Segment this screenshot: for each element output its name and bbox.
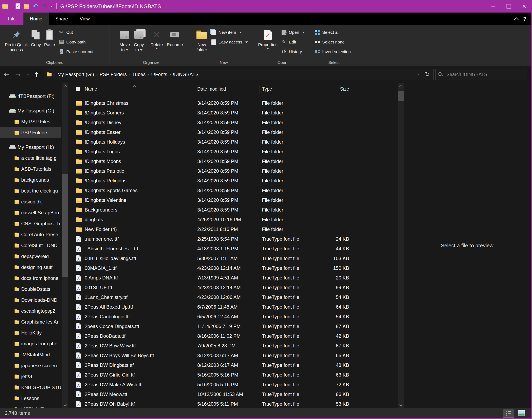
- file-row[interactable]: 2Peas Cardiologie.ttf 6/5/2006 12:44 AM …: [70, 312, 398, 322]
- tab-view[interactable]: View: [75, 13, 95, 25]
- sidebar-item[interactable]: My Passport (H:): [0, 142, 61, 153]
- easy-access-button[interactable]: Easy access: [209, 37, 250, 47]
- up-button[interactable]: ↑: [32, 66, 41, 83]
- breadcrumb-segment[interactable]: !DINGBATS ›: [171, 72, 202, 77]
- file-row[interactable]: !Dingbats Valentine 3/14/2020 8:59 PM Fi…: [70, 195, 398, 205]
- sidebar-scrollbar-thumb[interactable]: [62, 174, 68, 277]
- breadcrumb-segment[interactable]: Tubes ›: [130, 72, 149, 77]
- file-row[interactable]: 2Peas DW Meow.ttf 10/12/2006 11:53 AM Tr…: [70, 390, 398, 399]
- sidebar-item[interactable]: japanese screen: [0, 360, 61, 371]
- refresh-icon[interactable]: ↻: [425, 72, 430, 77]
- scroll-down-icon[interactable]: [398, 402, 404, 408]
- file-row[interactable]: 00Blu_sHolidayDings.ttf 5/30/2007 1:11 A…: [70, 254, 398, 263]
- file-row[interactable]: 1Lanz_Chemistry.ttf 4/23/2008 12:06 AM T…: [70, 292, 398, 302]
- paste-button[interactable]: Paste: [42, 27, 57, 48]
- sidebar-item[interactable]: Graphisme les Ar: [0, 316, 61, 327]
- search-box[interactable]: [435, 69, 527, 80]
- breadcrumb-label[interactable]: My Passport (G:): [55, 72, 96, 77]
- sidebar-item[interactable]: jeff&I: [0, 371, 61, 382]
- breadcrumb-label[interactable]: !DINGBATS: [171, 72, 201, 77]
- copy-to-button[interactable]: Copy to: [132, 27, 146, 52]
- undo-icon[interactable]: ↶: [33, 3, 38, 9]
- sidebar-item[interactable]: escapingtopsp2: [0, 306, 61, 316]
- file-row[interactable]: !Dingbats Religious 3/14/2020 8:59 PM Fi…: [70, 176, 398, 186]
- new-folder-quick-icon[interactable]: [24, 4, 29, 9]
- sidebar-item[interactable]: META-INF: [0, 404, 61, 408]
- sidebar-item[interactable]: My Passport (G:): [0, 105, 61, 116]
- file-row[interactable]: _Absinth_Flourishes_I.ttf 4/18/2008 1:15…: [70, 244, 398, 254]
- sidebar-item[interactable]: docs from iphone: [0, 273, 61, 284]
- column-header-name[interactable]: Name: [85, 86, 195, 92]
- close-button[interactable]: ✕: [517, 0, 532, 13]
- file-row[interactable]: 2Peas DW Boys Will Be Boys.ttf 8/12/2003…: [70, 351, 398, 360]
- column-divider[interactable]: [315, 85, 315, 94]
- file-row[interactable]: 2Peas All Boxed Up.ttf 6/7/2006 11:48 AM…: [70, 302, 398, 312]
- history-button[interactable]: ↺ History: [279, 47, 307, 57]
- file-list-scrollbar[interactable]: [398, 83, 404, 408]
- file-row[interactable]: 2peas Cocoa Dingbats.ttf 11/14/2006 7:19…: [70, 322, 398, 331]
- sidebar-item[interactable]: CorelStuff - DND: [0, 240, 61, 251]
- properties-button[interactable]: Properties: [256, 27, 279, 50]
- invert-selection-button[interactable]: Invert selection: [313, 47, 353, 57]
- back-button[interactable]: ←: [2, 66, 11, 83]
- sidebar-item[interactable]: images from pho: [0, 338, 61, 349]
- sidebar-item[interactable]: PSP Folders: [0, 127, 61, 138]
- file-row[interactable]: 2Peas DW Dingbats.ttf 8/12/2003 6:17 AM …: [70, 360, 398, 370]
- sidebar-item[interactable]: backgrounds: [0, 174, 61, 185]
- file-row[interactable]: New Folder (4) 2/22/2011 8:16 PM File fo…: [70, 224, 398, 234]
- file-row[interactable]: 0 Amps DNA.ttf 7/13/1999 4:51 AM TrueTyp…: [70, 273, 398, 283]
- file-row[interactable]: !Dingbats Moons 3/14/2020 8:59 PM File f…: [70, 157, 398, 166]
- file-row[interactable]: 2Peas DooDads.ttf 8/16/2006 11:02 PM Tru…: [70, 331, 398, 341]
- maximize-button[interactable]: [501, 0, 517, 13]
- sidebar-item[interactable]: Downloads-DND: [0, 295, 61, 306]
- forward-button[interactable]: →: [13, 66, 23, 83]
- file-row[interactable]: 2Peas DW Bow Wow.ttf 7/9/2005 8:28 PM Tr…: [70, 341, 398, 351]
- breadcrumb-label[interactable]: PSP Folders: [98, 72, 129, 77]
- sidebar-item[interactable]: CNS_Graphics_Tu: [0, 218, 61, 229]
- file-row[interactable]: !Dingbats Christmas 3/14/2020 8:59 PM Fi…: [70, 98, 398, 108]
- column-header-date-modified[interactable]: Date modified: [195, 86, 262, 92]
- sidebar-item[interactable]: a cute little tag g: [0, 153, 61, 164]
- redo-icon[interactable]: ↷: [42, 3, 47, 9]
- delete-button[interactable]: ✕ Delete: [149, 27, 165, 50]
- copy-path-button[interactable]: Copy path: [57, 37, 95, 47]
- sidebar-item[interactable]: KNB GROUP STU: [0, 382, 61, 393]
- file-row[interactable]: !Dingbats Patriotic 3/14/2020 8:59 PM Fi…: [70, 166, 398, 176]
- column-header-type[interactable]: Type: [262, 86, 315, 92]
- sidebar-item[interactable]: Corel Auto-Prese: [0, 229, 61, 240]
- file-row[interactable]: !Dingbats Logos 3/14/2020 8:59 PM File f…: [70, 147, 398, 157]
- address-bar[interactable]: My Passport (G:) › PSP Folders › Tubes ›: [44, 69, 433, 80]
- file-row[interactable]: !Dingbats Disney 3/14/2020 8:59 PM File …: [70, 118, 398, 127]
- sidebar-item[interactable]: IMStatofMind: [0, 349, 61, 360]
- file-row[interactable]: !Dingbats Corners 3/14/2020 8:59 PM File…: [70, 108, 398, 118]
- select-all-button[interactable]: Select all: [313, 27, 353, 37]
- column-header-size[interactable]: Size: [315, 86, 349, 92]
- details-view-button[interactable]: [503, 409, 514, 418]
- sidebar-item[interactable]: cassell-ScrapBoo: [0, 207, 61, 218]
- paste-shortcut-button[interactable]: Paste shortcut: [57, 47, 95, 57]
- sidebar-scrollbar[interactable]: [62, 83, 68, 408]
- scroll-down-icon[interactable]: [62, 402, 68, 408]
- file-row[interactable]: !Dingbats Easter 3/14/2020 8:59 PM File …: [70, 127, 398, 137]
- select-none-button[interactable]: Select none: [313, 37, 353, 47]
- sidebar-item[interactable]: HelloKitty: [0, 327, 61, 338]
- file-row[interactable]: !Dingbats Sports Games 3/14/2020 8:59 PM…: [70, 186, 398, 195]
- file-row[interactable]: 2Peas DW Oh Baby!.ttf 5/16/2005 5:11 PM …: [70, 399, 398, 408]
- thumbnails-view-button[interactable]: [516, 409, 527, 418]
- file-row[interactable]: !Dingbats Holidays 3/14/2020 8:59 PM Fil…: [70, 137, 398, 147]
- sidebar-item[interactable]: 4TBPassport (F:): [0, 91, 61, 102]
- search-input[interactable]: [446, 72, 524, 78]
- minimize-ribbon-icon[interactable]: [514, 17, 519, 21]
- pin-to-quick-access-button[interactable]: Pin to Quick access: [3, 27, 29, 52]
- sidebar-item[interactable]: ASD-Tutorials: [0, 164, 61, 174]
- tab-share[interactable]: Share: [51, 13, 72, 25]
- tab-file[interactable]: File: [0, 13, 24, 25]
- address-history-chevron-icon[interactable]: [416, 72, 419, 76]
- recent-locations-chevron-icon[interactable]: [24, 66, 32, 83]
- scroll-up-icon[interactable]: [398, 83, 404, 89]
- properties-icon[interactable]: [15, 3, 20, 9]
- minimize-button[interactable]: [485, 0, 501, 13]
- open-button[interactable]: Open: [279, 27, 307, 37]
- customize-toolbar-chevron-icon[interactable]: [51, 6, 52, 7]
- move-to-button[interactable]: Move to: [118, 27, 131, 52]
